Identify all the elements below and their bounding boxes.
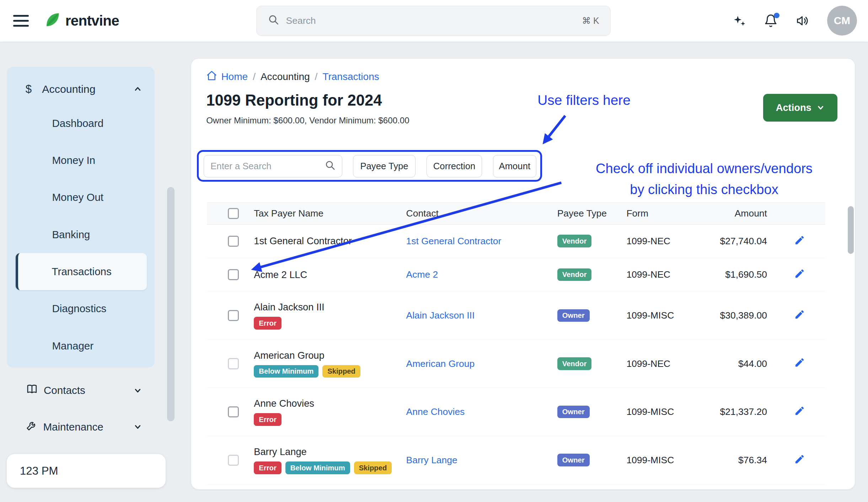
page-title: 1099 Reporting for 2024 (206, 92, 382, 109)
form-value: 1099-MISC (626, 455, 684, 466)
table-body: 1st General Contractor1st General Contra… (207, 225, 825, 485)
select-all-checkbox[interactable] (228, 208, 239, 219)
edit-pencil-icon[interactable] (794, 454, 805, 465)
table-header-row: Tax Payer Name Contact Payee Type Form A… (207, 202, 825, 224)
contact-link[interactable]: Barry Lange (406, 455, 457, 465)
form-value: 1099-NEC (626, 269, 684, 280)
sidebar-item-money-out[interactable]: Money Out (7, 179, 155, 216)
chevron-up-icon (133, 85, 142, 94)
edit-pencil-icon[interactable] (794, 357, 805, 368)
top-bar: rentvine ⌘ K CM (0, 0, 868, 42)
filter-correction-button[interactable]: Correction (427, 155, 482, 178)
column-header-payee-type: Payee Type (557, 208, 627, 219)
breadcrumb-accounting: Accounting (261, 71, 310, 82)
search-icon (325, 160, 336, 173)
filter-payee-type-button[interactable]: Payee Type (353, 155, 416, 178)
table-row: Alain Jackson IIIErrorAlain Jackson IIIO… (207, 292, 825, 340)
breadcrumb-separator: / (315, 71, 318, 82)
search-icon (268, 14, 279, 28)
announcements-megaphone-icon[interactable] (795, 14, 809, 28)
row-checkbox[interactable] (228, 455, 239, 466)
table-row: Acme 2 LLCAcme 2Vendor1099-NEC$1,690.50 (207, 258, 825, 292)
form-value: 1099-NEC (626, 236, 684, 247)
column-header-amount: Amount (684, 208, 767, 219)
row-checkbox[interactable] (228, 236, 239, 247)
sidebar-item-contacts[interactable]: Contacts (7, 372, 155, 409)
contact-link[interactable]: Alain Jackson III (406, 310, 475, 321)
sidebar-item-maintenance[interactable]: Maintenance (7, 408, 155, 445)
row-checkbox[interactable] (228, 358, 239, 369)
sidebar-secondary-nav: Contacts Maintenance (7, 372, 155, 445)
main-content-card: Home / Accounting / Transactions 1099 Re… (191, 58, 855, 490)
annotation-checkbox-note: Check off individual owners/vendors by c… (562, 158, 846, 200)
status-badge: Error (254, 413, 282, 426)
table-scrollbar-thumb[interactable] (848, 206, 854, 254)
hamburger-menu-icon[interactable] (13, 15, 29, 27)
table-row: Barry LangeErrorBelow MinimumSkippedBarr… (207, 436, 825, 485)
tax-payer-name: Alain Jackson III (254, 301, 406, 313)
sidebar-item-manager[interactable]: Manager (7, 327, 155, 364)
sidebar-item-banking[interactable]: Banking (7, 216, 155, 253)
status-badge: Skipped (322, 365, 360, 378)
row-checkbox[interactable] (228, 269, 239, 280)
payee-type-badge: Vendor (557, 268, 592, 281)
contact-link[interactable]: Acme 2 (406, 269, 438, 280)
notification-dot (774, 13, 779, 18)
tax-payer-name: American Group (254, 350, 406, 361)
edit-pencil-icon[interactable] (794, 268, 805, 279)
sparkles-icon[interactable] (733, 14, 746, 28)
row-badges: ErrorBelow MinimumSkipped (254, 461, 406, 474)
status-badge: Error (254, 461, 282, 474)
payee-type-badge: Owner (557, 454, 590, 466)
tax-payer-name: Anne Chovies (254, 398, 406, 409)
table-search-field[interactable] (204, 155, 343, 178)
column-header-form: Form (626, 208, 684, 219)
sidebar-accounting-group: $ Accounting Dashboard Money In Money Ou… (7, 67, 155, 368)
edit-pencil-icon[interactable] (794, 405, 805, 416)
actions-button[interactable]: Actions (763, 94, 837, 122)
rentvine-logo-icon (43, 10, 62, 31)
row-badges: Error (254, 317, 406, 330)
payee-type-badge: Vendor (557, 235, 592, 247)
row-checkbox[interactable] (228, 406, 239, 417)
reporting-table: Tax Payer Name Contact Payee Type Form A… (207, 202, 825, 484)
filter-amount-button[interactable]: Amount (493, 155, 536, 178)
column-header-tax-payer: Tax Payer Name (254, 208, 406, 219)
user-avatar[interactable]: CM (827, 6, 857, 36)
status-badge: Error (254, 317, 282, 330)
contact-link[interactable]: 1st General Contractor (406, 236, 502, 246)
sidebar-item-accounting[interactable]: $ Accounting (7, 74, 155, 105)
contact-link[interactable]: Anne Chovies (406, 406, 465, 417)
home-icon (206, 70, 217, 84)
contact-link[interactable]: American Group (406, 358, 475, 369)
sidebar-item-dashboard[interactable]: Dashboard (7, 105, 155, 141)
edit-pencil-icon[interactable] (794, 235, 805, 246)
search-shortcut: ⌘ K (582, 16, 599, 26)
rentvine-logo[interactable]: rentvine (43, 10, 119, 31)
sidebar-scrollbar-thumb[interactable] (167, 187, 174, 421)
table-row: 1st General Contractor1st General Contra… (207, 225, 825, 258)
sidebar-item-money-in[interactable]: Money In (7, 142, 155, 179)
payee-type-badge: Vendor (557, 357, 592, 370)
edit-pencil-icon[interactable] (794, 309, 805, 320)
table-search-input[interactable] (210, 161, 324, 171)
sidebar-item-diagnostics[interactable]: Diagnostics (7, 290, 155, 327)
global-search-input[interactable] (286, 15, 575, 26)
sidebar-item-transactions[interactable]: Transactions (16, 253, 147, 290)
chevron-down-icon (133, 422, 142, 431)
notifications-bell-icon[interactable] (764, 14, 778, 28)
page-subtitle: Owner Minimum: $600.00, Vendor Minimum: … (206, 116, 409, 126)
row-checkbox[interactable] (228, 310, 239, 321)
breadcrumb-home-link[interactable]: Home (206, 70, 248, 84)
form-value: 1099-NEC (626, 358, 684, 369)
tax-payer-name: 1st General Contractor (254, 235, 406, 247)
payee-type-badge: Owner (557, 406, 590, 418)
table-row: American GroupBelow MinimumSkippedAmeric… (207, 340, 825, 388)
breadcrumb-transactions-link[interactable]: Transactions (322, 71, 379, 82)
table-row: Anne ChoviesErrorAnne ChoviesOwner1099-M… (207, 388, 825, 436)
global-search[interactable]: ⌘ K (256, 6, 611, 36)
payee-type-badge: Owner (557, 309, 590, 322)
form-value: 1099-MISC (626, 310, 684, 321)
row-badges: Below MinimumSkipped (254, 365, 406, 378)
book-icon (26, 383, 38, 398)
